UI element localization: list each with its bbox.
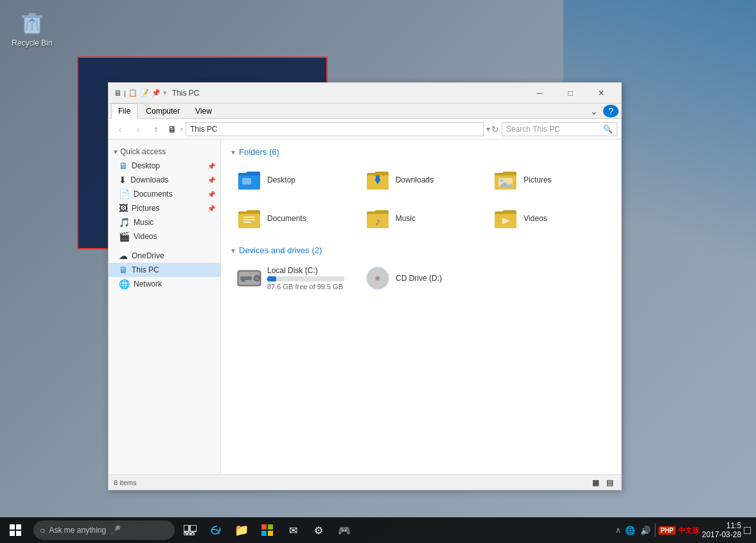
videos-folder-icon: 🎬 xyxy=(119,231,130,242)
device-local-disk[interactable]: Local Disk (C:) 87.6 GB free of 99.5 GB xyxy=(231,262,349,295)
volume-icon[interactable]: 🔊 xyxy=(639,524,652,537)
php-badge: PHP xyxy=(658,526,676,535)
recycle-bin[interactable]: Recycle Bin xyxy=(10,6,55,48)
folders-grid: Desktop Downloads xyxy=(231,163,611,235)
folder-taskbar-icon: 📁 xyxy=(234,523,249,537)
cd-drive-info: CD Drive (D:) xyxy=(396,274,442,283)
folder-desktop-label: Desktop xyxy=(267,175,295,184)
drive-bar-container xyxy=(267,276,344,281)
sidebar-item-downloads[interactable]: ⬇ Downloads 📌 xyxy=(109,173,220,187)
sidebar-item-network[interactable]: 🌐 Network xyxy=(109,277,220,291)
games-icon[interactable]: 🎮 xyxy=(331,517,357,543)
tab-view[interactable]: View xyxy=(188,103,219,118)
sidebar-desktop-label: Desktop xyxy=(132,161,160,170)
start-button[interactable] xyxy=(0,517,31,543)
folder-music-label: Music xyxy=(396,214,416,223)
explorer-icon: 🖥 xyxy=(114,89,121,98)
folder-downloads[interactable]: Downloads xyxy=(360,163,483,197)
mail-icon[interactable]: ✉ xyxy=(280,517,306,543)
downloads-folder-icon: ⬇ xyxy=(119,175,127,185)
dropdown-arrow[interactable]: ▾ xyxy=(486,125,490,134)
explorer-window: 🖥 | 📋 📝 📌 ▾ This PC ─ □ ✕ File Computer … xyxy=(108,82,622,490)
close-button[interactable]: ✕ xyxy=(586,83,616,103)
sidebar-item-onedrive[interactable]: ☁ OneDrive xyxy=(109,249,220,263)
network-status-icon[interactable]: 🌐 xyxy=(624,524,637,537)
sidebar-music-label: Music xyxy=(134,218,154,227)
edge-icon[interactable] xyxy=(203,517,229,543)
minimize-button[interactable]: ─ xyxy=(525,83,554,103)
action-center-button[interactable]: □ xyxy=(744,524,751,537)
folder-videos[interactable]: Videos xyxy=(488,202,611,235)
svg-rect-33 xyxy=(10,524,15,530)
address-bar: ‹ › ↑ 🖥 › This PC ▾ ↻ Search This PC 🔍 xyxy=(109,119,621,139)
task-view-button[interactable] xyxy=(177,517,203,543)
title-bar-left: 🖥 | 📋 📝 📌 ▾ This PC xyxy=(114,89,200,98)
mic-icon[interactable]: 🎤 xyxy=(110,525,121,535)
path-separator: › xyxy=(180,125,183,134)
svg-rect-44 xyxy=(261,531,267,536)
sidebar-item-videos[interactable]: 🎬 Videos xyxy=(109,229,220,244)
local-disk-free: 87.6 GB free of 99.5 GB xyxy=(267,283,344,290)
maximize-button[interactable]: □ xyxy=(556,83,585,103)
folder-music[interactable]: ♪ Music xyxy=(360,202,483,235)
settings-icon[interactable]: ⚙ xyxy=(306,517,331,543)
svg-rect-43 xyxy=(268,524,273,530)
window-title: This PC xyxy=(172,89,200,98)
folder-documents[interactable]: Documents xyxy=(231,202,355,235)
ribbon-icon-1: 📋 xyxy=(128,89,137,97)
sidebar-item-this-pc[interactable]: 🖥 This PC xyxy=(109,263,220,277)
up-button[interactable]: ↑ xyxy=(148,121,164,137)
notification-chevron[interactable]: ∧ xyxy=(615,526,621,535)
devices-chevron[interactable]: ▾ xyxy=(231,246,235,255)
help-button[interactable]: ? xyxy=(603,105,619,118)
content-area: ▾ Folders (6) Desktop xyxy=(221,139,621,474)
svg-rect-42 xyxy=(261,524,267,530)
folder-pictures-label: Pictures xyxy=(523,175,551,184)
list-view-button[interactable]: ▤ xyxy=(603,477,616,488)
device-cd-drive[interactable]: CD Drive (D:) xyxy=(360,262,475,295)
this-pc-label: This PC xyxy=(132,265,159,274)
svg-rect-9 xyxy=(376,175,380,181)
folder-music-icon: ♪ xyxy=(365,206,391,231)
sidebar-item-pictures[interactable]: 🖼 Pictures 📌 xyxy=(109,201,220,215)
forward-button[interactable]: › xyxy=(130,121,146,137)
svg-rect-40 xyxy=(188,533,190,535)
svg-rect-2 xyxy=(28,13,36,17)
search-box[interactable]: Search This PC 🔍 xyxy=(502,122,617,136)
address-path[interactable]: This PC xyxy=(186,122,484,136)
file-explorer-icon[interactable]: 📁 xyxy=(229,517,254,543)
sidebar-item-documents[interactable]: 📄 Documents 📌 xyxy=(109,187,220,201)
drive-bar-fill xyxy=(267,276,276,281)
pin-icon-downloads: 📌 xyxy=(207,177,215,184)
refresh-button[interactable]: ↻ xyxy=(491,124,499,134)
onedrive-icon: ☁ xyxy=(119,251,128,261)
tab-computer[interactable]: Computer xyxy=(139,103,187,118)
ribbon-toggle[interactable]: ⌄ xyxy=(585,105,603,118)
devices-section-header: ▾ Devices and drives (2) xyxy=(231,245,611,255)
cd-icon xyxy=(365,265,391,291)
documents-folder-icon: 📄 xyxy=(119,189,130,199)
store-icon[interactable] xyxy=(254,517,280,543)
sidebar-item-desktop[interactable]: 🖥 Desktop 📌 xyxy=(109,159,220,173)
folders-chevron[interactable]: ▾ xyxy=(231,148,235,157)
folder-pictures[interactable]: Pictures xyxy=(488,163,611,197)
folder-desktop[interactable]: Desktop xyxy=(231,163,355,197)
svg-rect-34 xyxy=(16,524,21,530)
sidebar-item-music[interactable]: 🎵 Music xyxy=(109,215,220,229)
local-disk-name: Local Disk (C:) xyxy=(267,266,344,275)
tab-file[interactable]: File xyxy=(111,103,137,119)
ribbon-tabs: File Computer View ⌄ ? xyxy=(109,103,621,118)
folder-documents-label: Documents xyxy=(267,214,306,223)
pin-icon-pictures: 📌 xyxy=(207,205,215,212)
svg-rect-16 xyxy=(243,219,255,220)
computer-icon: 🖥 xyxy=(166,123,178,136)
svg-rect-41 xyxy=(191,533,194,535)
folders-section-title: Folders (6) xyxy=(239,147,279,157)
taskbar-search[interactable]: ○ Ask me anything 🎤 xyxy=(33,521,175,540)
back-button[interactable]: ‹ xyxy=(112,121,128,137)
recycle-bin-icon xyxy=(17,6,48,37)
grid-view-button[interactable]: ▦ xyxy=(589,477,602,488)
search-icon: 🔍 xyxy=(603,125,613,134)
time-date: 11:5 2017-03-28 xyxy=(702,521,741,539)
network-label: Network xyxy=(134,280,162,289)
